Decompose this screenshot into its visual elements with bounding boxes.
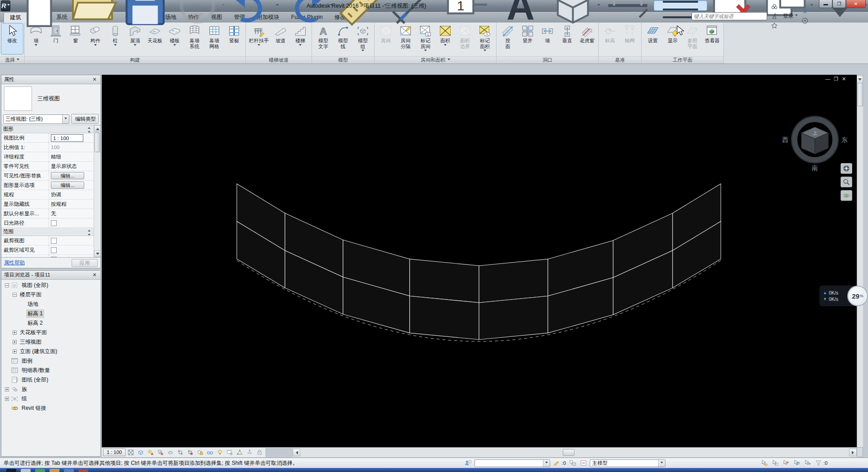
property-value[interactable]: [49, 238, 100, 244]
undo-button[interactable]: [226, 1, 280, 10]
tree-item[interactable]: 明细表/数量: [1, 366, 100, 375]
ribbon-panel-title-room-area[interactable]: 房间和面积: [375, 56, 496, 64]
design-options-button[interactable]: [568, 459, 577, 467]
checkbox[interactable]: [51, 257, 57, 258]
reveal-constraints-button[interactable]: [255, 449, 264, 457]
expand-icon[interactable]: [13, 340, 17, 344]
tree-item[interactable]: 标高 2: [1, 318, 100, 328]
aligned-dimension-button[interactable]: [388, 1, 441, 10]
application-menu-button[interactable]: R: [1, 0, 10, 11]
ribbon-panel-title-datum[interactable]: 基准: [599, 56, 641, 64]
collapse-icon[interactable]: [5, 283, 9, 287]
tree-item[interactable]: 视图 (全部): [1, 281, 100, 290]
checkbox[interactable]: [51, 247, 57, 253]
scroll-left-icon[interactable]: [293, 449, 300, 456]
select-elements-by-face-button[interactable]: [792, 459, 801, 467]
property-value[interactable]: [49, 257, 100, 258]
favorites-button[interactable]: [770, 21, 779, 30]
tree-item[interactable]: 天花板平面: [1, 328, 100, 337]
expand-icon[interactable]: [5, 387, 9, 391]
viewcube-south-label[interactable]: 南: [812, 164, 818, 172]
visual-style-button[interactable]: [136, 449, 145, 457]
locked-3d-view-button[interactable]: [196, 449, 205, 457]
property-value[interactable]: 编辑...: [49, 172, 100, 179]
ribbon-panel-title-opening[interactable]: 洞口: [497, 56, 598, 64]
editing-requests-button[interactable]: [552, 459, 561, 467]
ribbon-panel-title-model[interactable]: 模型: [312, 56, 374, 64]
detail-level-button[interactable]: [127, 449, 136, 457]
help-button[interactable]: ?: [800, 16, 809, 26]
crop-view-button[interactable]: [176, 449, 185, 457]
property-value[interactable]: 按规程: [49, 201, 100, 208]
scroll-down-icon[interactable]: [94, 250, 100, 257]
active-workset-combo[interactable]: [475, 459, 550, 467]
scroll-up-icon[interactable]: [94, 125, 100, 132]
expand-icon[interactable]: [13, 349, 17, 354]
worksets-button[interactable]: [464, 459, 472, 467]
open-file-button[interactable]: [66, 1, 119, 10]
taskbar-app-icon[interactable]: [50, 469, 59, 472]
tree-item[interactable]: 图纸 (全部): [1, 375, 100, 385]
tag-by-category-button[interactable]: 1: [441, 1, 494, 10]
property-value[interactable]: 显示原状态: [49, 163, 100, 170]
measure-button[interactable]: [334, 1, 388, 10]
close-icon[interactable]: ✕: [91, 77, 98, 82]
property-value[interactable]: 100: [49, 145, 100, 150]
default-3d-view-button[interactable]: [547, 1, 601, 10]
tree-item[interactable]: 楼层平面: [1, 290, 100, 300]
new-file-button[interactable]: [13, 1, 66, 10]
type-selector-combo[interactable]: 三维视图: {三维}: [3, 114, 69, 124]
checkbox[interactable]: [51, 238, 57, 244]
scroll-right-icon[interactable]: [849, 449, 857, 456]
property-value[interactable]: 无: [49, 210, 100, 217]
viewcube[interactable]: 西 东 南 上: [782, 116, 848, 172]
sync-with-central-button[interactable]: [172, 1, 226, 10]
property-value[interactable]: 精细: [49, 154, 100, 160]
properties-help-link[interactable]: 属性帮助: [4, 259, 25, 266]
properties-scrollbar[interactable]: [94, 125, 100, 257]
taskbar-app-icon[interactable]: [21, 469, 31, 472]
view-scale-button[interactable]: 1 : 100: [103, 449, 126, 456]
exchange-apps-button[interactable]: X: [800, 7, 809, 16]
curtain-wall-model[interactable]: [237, 184, 721, 341]
tree-item[interactable]: 族: [1, 385, 100, 394]
view-restore-icon[interactable]: ❐: [834, 77, 838, 82]
expand-icon[interactable]: [13, 331, 17, 335]
view-minimize-icon[interactable]: —: [825, 77, 830, 82]
ribbon-panel-title-build[interactable]: 构建: [25, 56, 245, 64]
horizontal-scroll-thumb[interactable]: [563, 449, 574, 456]
shadows-button[interactable]: [156, 449, 165, 457]
restore-button[interactable]: ❐: [832, 0, 846, 8]
tree-item[interactable]: 三维视图: [1, 337, 100, 347]
property-section-1[interactable]: 范围: [1, 228, 100, 236]
property-value[interactable]: 协调: [49, 191, 100, 198]
viewcube-top-label[interactable]: 上: [813, 130, 818, 136]
highlight-displacement-sets-button[interactable]: [245, 449, 254, 457]
drawing-area[interactable]: 西 东 南 上 — ❐ ✕: [102, 75, 857, 447]
show-crop-region-button[interactable]: [186, 449, 195, 457]
tree-item[interactable]: 场地: [1, 300, 100, 309]
scroll-thumb[interactable]: [95, 132, 100, 152]
collapse-icon[interactable]: [13, 293, 17, 297]
show-analytical-model-button[interactable]: [235, 449, 244, 457]
accelerator-ball[interactable]: 29%: [847, 286, 868, 306]
design-option-combo[interactable]: 主模型: [590, 459, 665, 467]
viewcube-west-label[interactable]: 西: [782, 136, 788, 143]
orbit-button[interactable]: [841, 190, 852, 201]
sign-in-button[interactable]: 登录: [782, 12, 798, 20]
steering-wheel-button[interactable]: [841, 163, 852, 174]
zoom-button[interactable]: [841, 177, 852, 187]
filter-button[interactable]: [814, 459, 823, 467]
communication-center-button[interactable]: [770, 11, 779, 21]
value-editbox[interactable]: 1 : 100: [51, 134, 83, 142]
redo-button[interactable]: [280, 1, 334, 10]
ribbon-panel-title-work-plane[interactable]: 工作平面: [642, 56, 723, 64]
exclude-options-button[interactable]: [579, 459, 588, 467]
horizontal-scrollbar[interactable]: [293, 447, 857, 457]
vertical-scroll-thumb[interactable]: [858, 83, 863, 106]
view-close-icon[interactable]: ✕: [842, 77, 846, 82]
ribbon-panel-title-select[interactable]: 选择: [0, 56, 24, 64]
tree-item[interactable]: 图例: [1, 356, 100, 366]
tree-item[interactable]: 立面 (建筑立面): [1, 347, 100, 356]
minimize-button[interactable]: ▬: [819, 0, 832, 8]
